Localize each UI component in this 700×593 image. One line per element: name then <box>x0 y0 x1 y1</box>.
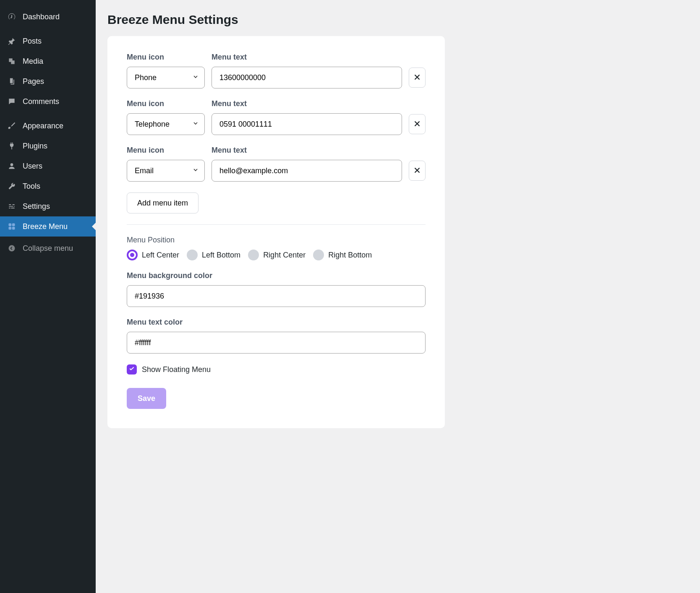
media-icon <box>7 56 17 66</box>
collapse-menu-button[interactable]: Collapse menu <box>0 238 96 258</box>
divider <box>127 224 426 225</box>
sidebar-item-label: Users <box>23 162 42 171</box>
radio-label: Left Bottom <box>202 251 240 260</box>
sidebar-item-comments[interactable]: Comments <box>0 91 96 112</box>
close-icon <box>413 73 422 83</box>
sidebar-item-label: Breeze Menu <box>23 222 68 231</box>
radio-right-bottom[interactable]: Right Bottom <box>313 250 372 260</box>
save-button[interactable]: Save <box>127 388 166 409</box>
sidebar-item-label: Comments <box>23 97 59 106</box>
radio-icon <box>248 250 259 260</box>
svg-rect-2 <box>9 227 12 230</box>
close-icon <box>413 119 422 130</box>
radio-right-center[interactable]: Right Center <box>248 250 306 260</box>
sidebar-item-settings[interactable]: Settings <box>0 196 96 216</box>
pages-icon <box>7 76 17 86</box>
sidebar-item-media[interactable]: Media <box>0 51 96 71</box>
sidebar-item-label: Appearance <box>23 122 63 130</box>
remove-item-button[interactable] <box>409 68 426 88</box>
sidebar-item-posts[interactable]: Posts <box>0 31 96 51</box>
collapse-menu-label: Collapse menu <box>23 244 73 253</box>
collapse-icon <box>7 243 17 253</box>
menu-item-row: Menu icon Phone Menu text <box>127 53 426 88</box>
sidebar-item-dashboard[interactable]: Dashboard <box>0 7 96 27</box>
sliders-icon <box>7 201 17 211</box>
plug-icon <box>7 141 17 151</box>
page-title: Breeze Menu Settings <box>107 13 688 27</box>
comment-icon <box>7 96 17 107</box>
sidebar-item-label: Posts <box>23 37 42 46</box>
admin-sidebar: Dashboard Posts Media Pages Comments App… <box>0 0 96 593</box>
remove-item-button[interactable] <box>409 114 426 134</box>
sidebar-item-breeze-menu[interactable]: Breeze Menu <box>0 216 96 237</box>
radio-left-bottom[interactable]: Left Bottom <box>187 250 240 260</box>
sidebar-item-label: Settings <box>23 202 50 211</box>
grid-icon <box>7 221 17 231</box>
sidebar-item-pages[interactable]: Pages <box>0 71 96 91</box>
svg-rect-1 <box>12 224 15 226</box>
check-icon <box>128 365 135 374</box>
main-content: Breeze Menu Settings Menu icon Phone Men… <box>96 0 700 593</box>
sidebar-item-label: Dashboard <box>23 13 60 21</box>
dashboard-icon <box>7 12 17 22</box>
menu-icon-label: Menu icon <box>127 53 205 62</box>
sidebar-item-tools[interactable]: Tools <box>0 176 96 196</box>
add-menu-item-button[interactable]: Add menu item <box>127 192 199 213</box>
sidebar-item-plugins[interactable]: Plugins <box>0 136 96 156</box>
sidebar-item-label: Tools <box>23 182 40 191</box>
pin-icon <box>7 36 17 46</box>
menu-text-label: Menu text <box>212 99 402 108</box>
sidebar-item-users[interactable]: Users <box>0 156 96 176</box>
bg-color-input[interactable] <box>127 285 426 307</box>
menu-icon-select[interactable]: Email <box>127 160 205 182</box>
menu-item-row: Menu icon Email Menu text <box>127 146 426 182</box>
bg-color-label: Menu background color <box>127 271 426 280</box>
brush-icon <box>7 121 17 131</box>
text-color-label: Menu text color <box>127 318 426 327</box>
radio-icon <box>127 250 138 260</box>
svg-rect-3 <box>12 227 15 230</box>
menu-icon-label: Menu icon <box>127 146 205 155</box>
menu-item-row: Menu icon Telephone Menu text <box>127 99 426 135</box>
user-icon <box>7 161 17 171</box>
menu-text-input[interactable] <box>212 67 402 88</box>
sidebar-item-appearance[interactable]: Appearance <box>0 116 96 136</box>
settings-card: Menu icon Phone Menu text <box>107 36 445 428</box>
close-icon <box>413 166 422 176</box>
menu-text-label: Menu text <box>212 146 402 155</box>
menu-text-label: Menu text <box>212 53 402 62</box>
text-color-input[interactable] <box>127 332 426 354</box>
radio-label: Left Center <box>142 251 179 260</box>
remove-item-button[interactable] <box>409 161 426 181</box>
svg-rect-0 <box>9 224 12 226</box>
show-floating-label: Show Floating Menu <box>142 365 211 374</box>
menu-position-label: Menu Position <box>127 236 426 244</box>
sidebar-item-label: Plugins <box>23 142 47 151</box>
wrench-icon <box>7 181 17 191</box>
radio-label: Right Bottom <box>328 251 372 260</box>
menu-position-radios: Left Center Left Bottom Right Center Rig… <box>127 250 426 260</box>
radio-icon <box>187 250 198 260</box>
menu-icon-select[interactable]: Phone <box>127 67 205 88</box>
show-floating-checkbox[interactable] <box>127 364 137 375</box>
menu-text-input[interactable] <box>212 160 402 182</box>
radio-left-center[interactable]: Left Center <box>127 250 179 260</box>
menu-text-input[interactable] <box>212 113 402 135</box>
radio-label: Right Center <box>263 251 306 260</box>
sidebar-item-label: Pages <box>23 77 44 86</box>
menu-icon-select[interactable]: Telephone <box>127 113 205 135</box>
menu-icon-label: Menu icon <box>127 99 205 108</box>
sidebar-item-label: Media <box>23 57 43 66</box>
radio-icon <box>313 250 324 260</box>
svg-point-4 <box>9 245 15 252</box>
